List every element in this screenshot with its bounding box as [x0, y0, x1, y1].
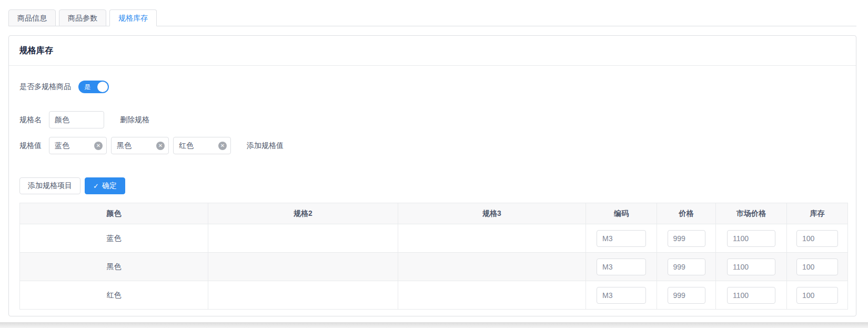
code-input[interactable]	[597, 230, 646, 247]
stock-input[interactable]	[796, 259, 838, 275]
remove-value-icon[interactable]: ✕	[218, 142, 227, 150]
bottom-edge-shadow	[0, 322, 868, 328]
market-price-input[interactable]	[727, 287, 775, 304]
tab-spec-stock[interactable]: 规格库存	[109, 9, 157, 26]
toggle-knob-icon	[97, 82, 108, 92]
cell-spec1: 红色	[20, 281, 208, 310]
spec-value-item: ✕	[111, 137, 169, 154]
cell-spec1: 蓝色	[20, 224, 208, 253]
col-header-code: 编码	[586, 203, 657, 224]
spec-values-row: 规格值 ✕ ✕ ✕ 添加规格值	[19, 137, 845, 154]
price-input[interactable]	[668, 230, 705, 247]
table-header-row: 颜色 规格2 规格3 编码 价格 市场价格 库存	[20, 203, 848, 224]
code-input[interactable]	[597, 287, 646, 304]
stock-input[interactable]	[796, 287, 838, 304]
card-title: 规格库存	[9, 36, 856, 66]
cell-spec3	[398, 224, 586, 253]
table-row: 红色	[20, 281, 848, 310]
spec-value-item: ✕	[49, 137, 107, 154]
product-edit-page: 商品信息 商品参数 规格库存 规格库存 是否多规格商品 是 规格名 删除规格	[0, 0, 868, 328]
price-input[interactable]	[668, 259, 705, 275]
col-header-spec3: 规格3	[398, 203, 586, 224]
cell-spec1: 黑色	[20, 253, 208, 281]
col-header-market-price: 市场价格	[716, 203, 787, 224]
col-header-price: 价格	[657, 203, 716, 224]
multi-spec-label: 是否多规格商品	[19, 82, 71, 92]
cell-spec3	[398, 253, 586, 281]
market-price-input[interactable]	[727, 259, 775, 275]
toggle-on-text: 是	[84, 81, 90, 93]
table-row: 黑色	[20, 253, 848, 281]
spec-stock-table: 颜色 规格2 规格3 编码 价格 市场价格 库存 蓝色	[19, 203, 848, 310]
col-header-spec1: 颜色	[20, 203, 208, 224]
remove-value-icon[interactable]: ✕	[156, 142, 165, 150]
card-body: 是否多规格商品 是 规格名 删除规格 规格值 ✕	[9, 66, 856, 315]
code-input[interactable]	[597, 259, 646, 275]
actions-row: 添加规格项目 ✓ 确定	[19, 177, 845, 194]
cell-spec2	[208, 253, 398, 281]
cell-spec2	[208, 281, 398, 310]
cell-spec2	[208, 224, 398, 253]
market-price-input[interactable]	[727, 230, 775, 247]
spec-value-item: ✕	[173, 137, 231, 154]
spec-name-input[interactable]	[49, 111, 104, 128]
tab-bar: 商品信息 商品参数 规格库存	[8, 0, 856, 26]
price-input[interactable]	[668, 287, 705, 304]
add-spec-item-button[interactable]: 添加规格项目	[19, 177, 80, 194]
confirm-button-label: 确定	[102, 181, 117, 191]
remove-value-icon[interactable]: ✕	[94, 142, 103, 150]
check-icon: ✓	[93, 182, 99, 190]
tab-product-info[interactable]: 商品信息	[8, 9, 56, 26]
tab-product-params[interactable]: 商品参数	[59, 9, 106, 26]
table-row: 蓝色	[20, 224, 848, 253]
delete-spec-link[interactable]: 删除规格	[120, 115, 149, 125]
spec-stock-card: 规格库存 是否多规格商品 是 规格名 删除规格 规格值	[8, 35, 856, 316]
multi-spec-row: 是否多规格商品 是	[19, 81, 845, 93]
spec-name-row: 规格名 删除规格	[19, 111, 845, 128]
spec-values-label: 规格值	[19, 141, 42, 151]
add-spec-value-link[interactable]: 添加规格值	[247, 141, 284, 151]
col-header-stock: 库存	[787, 203, 848, 224]
stock-input[interactable]	[796, 230, 838, 247]
col-header-spec2: 规格2	[208, 203, 398, 224]
spec-name-label: 规格名	[19, 115, 42, 125]
confirm-button[interactable]: ✓ 确定	[85, 177, 125, 194]
cell-spec3	[398, 281, 586, 310]
multi-spec-toggle[interactable]: 是	[78, 81, 109, 93]
